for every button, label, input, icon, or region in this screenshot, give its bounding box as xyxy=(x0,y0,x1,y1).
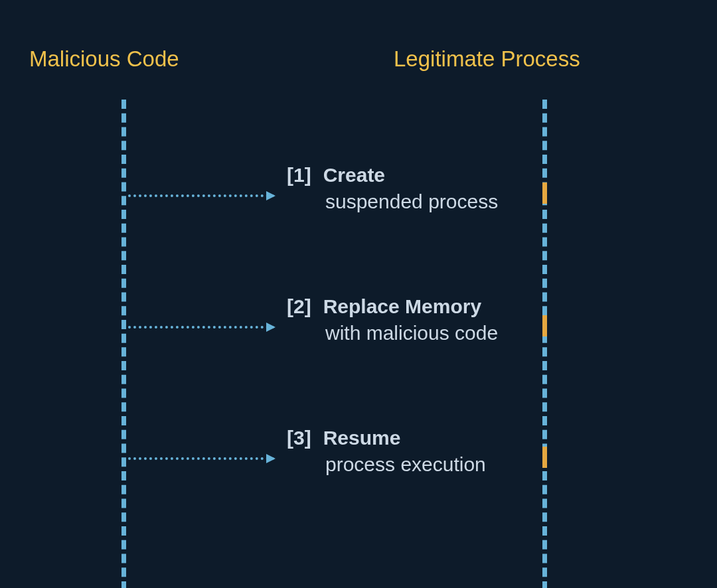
legitimate-process-lifeline xyxy=(542,100,547,588)
legitimate-process-header: Legitimate Process xyxy=(394,46,580,72)
step-1-desc: suspended process xyxy=(325,190,498,213)
malicious-code-header: Malicious Code xyxy=(29,46,179,72)
arrow-step-3 xyxy=(128,457,274,460)
marker-step-1 xyxy=(542,183,547,204)
arrow-step-1 xyxy=(128,194,274,197)
step-1-number: [1] xyxy=(287,164,311,186)
step-1: [1] Create suspended process xyxy=(287,164,498,213)
step-1-title: Create xyxy=(323,164,385,186)
step-3: [3] Resume process execution xyxy=(287,427,486,476)
step-2-number: [2] xyxy=(287,295,311,318)
arrow-head-icon xyxy=(266,191,276,200)
step-3-number: [3] xyxy=(287,427,311,449)
malicious-code-lifeline xyxy=(121,100,126,588)
arrow-step-2 xyxy=(128,326,274,329)
step-2-desc: with malicious code xyxy=(325,322,498,344)
marker-step-3 xyxy=(542,447,547,468)
arrow-head-icon xyxy=(266,323,276,332)
step-2: [2] Replace Memory with malicious code xyxy=(287,295,498,344)
arrow-head-icon xyxy=(266,454,276,463)
marker-step-2 xyxy=(542,315,547,336)
step-2-title: Replace Memory xyxy=(323,295,481,318)
step-3-desc: process execution xyxy=(325,453,486,476)
step-3-title: Resume xyxy=(323,427,401,449)
